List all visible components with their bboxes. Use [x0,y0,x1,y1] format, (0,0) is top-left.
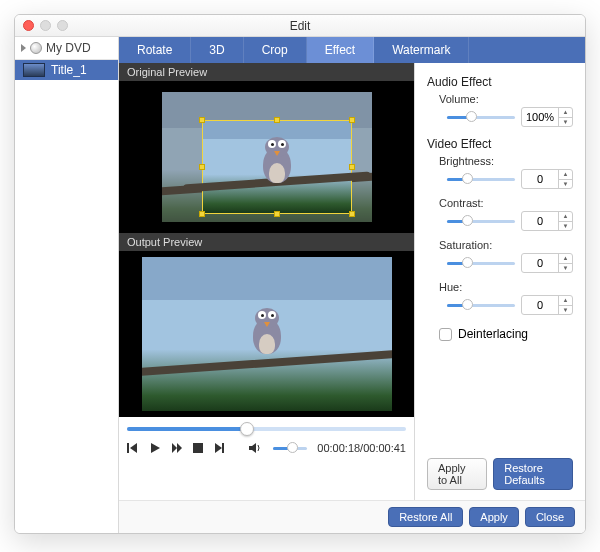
step-down-icon[interactable]: ▼ [559,222,572,231]
title-thumbnail-icon [23,63,45,77]
saturation-spinner[interactable]: 0▲▼ [521,253,573,273]
slider-thumb[interactable] [462,257,473,268]
svg-marker-8 [249,443,256,453]
prev-button[interactable] [127,441,139,455]
step-down-icon[interactable]: ▼ [559,118,572,127]
contrast-label: Contrast: [427,197,573,209]
step-up-icon[interactable]: ▲ [559,296,572,306]
hue-slider[interactable] [447,304,515,307]
restore-all-button[interactable]: Restore All [388,507,463,527]
brightness-slider[interactable] [447,178,515,181]
apply-to-all-button[interactable]: Apply to All [427,458,487,490]
sidebar-item-title1[interactable]: Title_1 [15,60,118,80]
tab-3d[interactable]: 3D [191,37,243,63]
sidebar-item-label: Title_1 [51,63,87,77]
contrast-slider[interactable] [447,220,515,223]
time-display: 00:00:18/00:00:41 [317,442,406,454]
slider-thumb[interactable] [462,215,473,226]
audio-effect-heading: Audio Effect [427,75,573,89]
crop-handle[interactable] [349,164,355,170]
volume-icon[interactable] [249,441,263,455]
brightness-label: Brightness: [427,155,573,167]
end-button[interactable] [213,441,225,455]
step-down-icon[interactable]: ▼ [559,306,572,315]
crop-handle[interactable] [349,211,355,217]
svg-marker-4 [177,443,182,453]
crop-handle[interactable] [349,117,355,123]
step-up-icon[interactable]: ▲ [559,170,572,180]
stop-button[interactable] [193,441,203,455]
step-down-icon[interactable]: ▼ [559,264,572,273]
deinterlacing-checkbox[interactable]: Deinterlacing [427,327,573,341]
svg-rect-7 [222,443,224,453]
contrast-spinner[interactable]: 0▲▼ [521,211,573,231]
hue-label: Hue: [427,281,573,293]
disclosure-triangle-icon[interactable] [21,44,26,52]
svg-marker-3 [172,443,177,453]
volume-label: Volume: [427,93,573,105]
preview-column: Original Preview [119,63,415,500]
hue-spinner[interactable]: 0▲▼ [521,295,573,315]
disc-icon [30,42,42,54]
apply-button[interactable]: Apply [469,507,519,527]
svg-marker-6 [215,443,222,453]
next-button[interactable] [171,441,183,455]
deinterlacing-label: Deinterlacing [458,327,528,341]
crop-handle[interactable] [199,117,205,123]
volume-spinner[interactable]: 100% ▲▼ [521,107,573,127]
svg-marker-1 [130,443,137,453]
volume-thumb[interactable] [287,442,298,453]
step-up-icon[interactable]: ▲ [559,212,572,222]
play-button[interactable] [149,441,161,455]
step-up-icon[interactable]: ▲ [559,108,572,118]
svg-rect-0 [127,443,129,453]
playback-controls: 00:00:18/00:00:41 [119,417,414,463]
brightness-spinner[interactable]: 0▲▼ [521,169,573,189]
volume-effect-slider[interactable] [447,116,515,119]
volume-slider[interactable] [273,447,307,450]
edit-window: Edit My DVD Title_1 Rotate 3D Crop Effec… [14,14,586,534]
output-preview [119,251,414,417]
svg-rect-5 [193,443,203,453]
tab-crop[interactable]: Crop [244,37,307,63]
dialog-footer: Restore All Apply Close [119,500,585,533]
tab-watermark[interactable]: Watermark [374,37,469,63]
saturation-slider[interactable] [447,262,515,265]
seek-thumb[interactable] [240,422,254,436]
effects-panel: Audio Effect Volume: 100% ▲▼ Video Effec… [415,63,585,500]
saturation-label: Saturation: [427,239,573,251]
crop-handle[interactable] [199,164,205,170]
tab-rotate[interactable]: Rotate [119,37,191,63]
original-preview[interactable] [119,81,414,233]
slider-thumb[interactable] [462,173,473,184]
step-down-icon[interactable]: ▼ [559,180,572,189]
window-title: Edit [15,19,585,33]
slider-thumb[interactable] [466,111,477,122]
main-panel: Rotate 3D Crop Effect Watermark Original… [119,37,585,533]
crop-selection[interactable] [202,120,352,214]
sidebar-root[interactable]: My DVD [15,37,118,60]
slider-thumb[interactable] [462,299,473,310]
sidebar-root-label: My DVD [46,41,91,55]
titlebar: Edit [15,15,585,37]
video-effect-heading: Video Effect [427,137,573,151]
svg-marker-2 [151,443,160,453]
checkbox-icon[interactable] [439,328,452,341]
seek-slider[interactable] [127,427,406,431]
crop-handle[interactable] [274,211,280,217]
step-up-icon[interactable]: ▲ [559,254,572,264]
crop-handle[interactable] [199,211,205,217]
crop-handle[interactable] [274,117,280,123]
tab-bar: Rotate 3D Crop Effect Watermark [119,37,585,63]
output-preview-label: Output Preview [119,233,414,251]
sidebar: My DVD Title_1 [15,37,119,533]
restore-defaults-button[interactable]: Restore Defaults [493,458,573,490]
volume-value: 100% [522,111,558,123]
tab-effect[interactable]: Effect [307,37,374,63]
original-preview-label: Original Preview [119,63,414,81]
close-button[interactable]: Close [525,507,575,527]
